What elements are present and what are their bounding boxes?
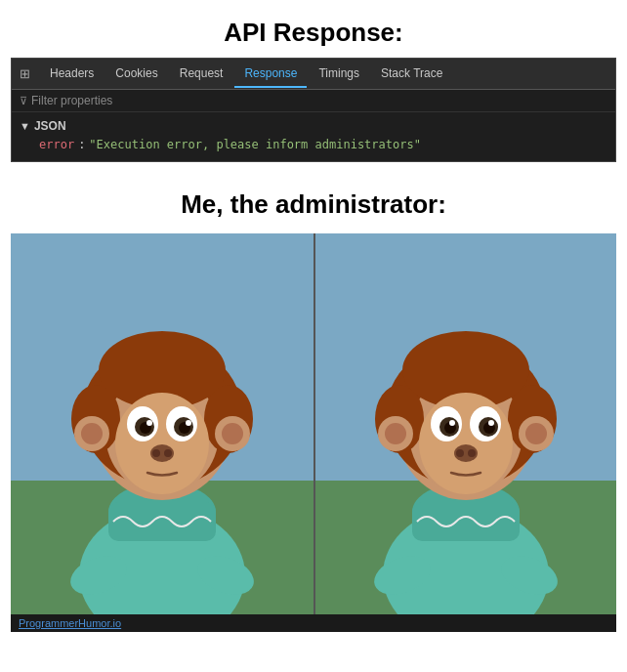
- svg-point-44: [488, 420, 494, 426]
- json-collapse-arrow[interactable]: ▼: [20, 120, 30, 132]
- tab-timings[interactable]: Timings: [309, 61, 369, 88]
- puppet-right: [314, 233, 616, 614]
- svg-rect-2: [108, 502, 216, 541]
- devtools-panel: ⊞ Headers Cookies Request Response Timin…: [11, 58, 616, 162]
- meme-image: [11, 233, 616, 614]
- tab-cookies[interactable]: Cookies: [105, 61, 167, 88]
- svg-point-51: [525, 423, 547, 444]
- json-label-row: ▼ JSON: [20, 116, 607, 136]
- devtools-panel-icon: ⊞: [16, 63, 34, 85]
- tab-request[interactable]: Request: [170, 61, 233, 88]
- puppet-left: [11, 233, 314, 614]
- monkey-puppet-left-svg: [45, 243, 279, 614]
- json-colon: :: [78, 138, 85, 151]
- svg-point-20: [164, 449, 172, 457]
- tab-response[interactable]: Response: [234, 61, 307, 88]
- devtools-tabs-bar: ⊞ Headers Cookies Request Response Timin…: [12, 59, 615, 90]
- json-error-value: "Execution error, please inform administ…: [89, 138, 421, 151]
- svg-point-19: [152, 449, 160, 457]
- filter-placeholder-text: Filter properties: [31, 94, 112, 107]
- svg-point-49: [385, 423, 406, 444]
- filter-bar: ⊽ Filter properties: [12, 90, 615, 112]
- top-title: API Response:: [214, 0, 413, 58]
- mid-title: Me, the administrator:: [171, 180, 456, 233]
- svg-point-22: [81, 423, 103, 444]
- svg-point-16: [146, 420, 152, 426]
- json-label: JSON: [34, 119, 66, 133]
- tab-headers[interactable]: Headers: [40, 61, 104, 88]
- filter-icon: ⊽: [20, 95, 27, 107]
- svg-rect-29: [412, 502, 520, 541]
- monkey-puppet-right-svg: [349, 243, 583, 614]
- watermark-text: ProgrammerHumor.io: [19, 617, 121, 629]
- svg-point-46: [456, 449, 464, 457]
- svg-point-17: [186, 420, 191, 426]
- svg-point-43: [449, 420, 455, 426]
- watermark-bar: ProgrammerHumor.io: [11, 614, 616, 632]
- svg-point-47: [468, 449, 476, 457]
- json-section: ▼ JSON error : "Execution error, please …: [12, 112, 615, 161]
- json-error-row: error : "Execution error, please inform …: [20, 136, 607, 153]
- json-error-key: error: [39, 138, 74, 151]
- tab-stack-trace[interactable]: Stack Trace: [371, 61, 452, 88]
- svg-point-9: [115, 393, 209, 494]
- svg-point-24: [222, 423, 243, 444]
- svg-point-36: [419, 393, 513, 494]
